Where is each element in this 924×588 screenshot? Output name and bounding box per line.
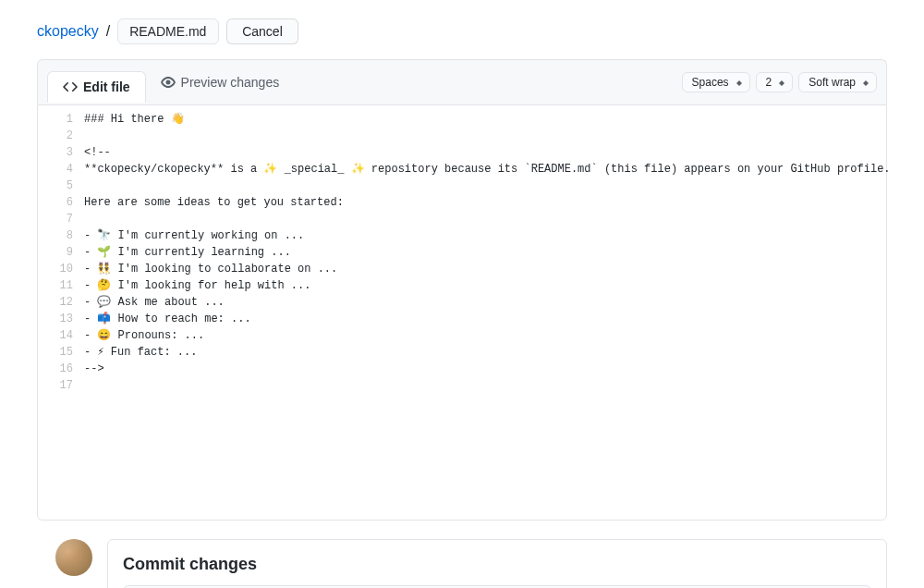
code-icon: [63, 80, 78, 94]
line-number: 2: [38, 128, 84, 144]
line-number: 7: [38, 211, 84, 227]
line-number: 14: [38, 327, 84, 344]
tab-preview-changes[interactable]: Preview changes: [146, 67, 295, 97]
code-line[interactable]: 13- 📫 How to reach me: ...: [38, 311, 886, 327]
line-content[interactable]: <!--: [84, 144, 886, 161]
line-content[interactable]: [84, 178, 886, 194]
line-number: 6: [38, 194, 84, 211]
line-content[interactable]: [84, 377, 886, 394]
cancel-button[interactable]: Cancel: [226, 18, 298, 44]
tab-preview-label: Preview changes: [181, 75, 280, 90]
line-content[interactable]: -->: [84, 361, 886, 377]
code-line[interactable]: 10- 👯 I'm looking to collaborate on ...: [38, 261, 886, 277]
line-number: 1: [38, 111, 84, 128]
code-line[interactable]: 7: [38, 211, 886, 227]
code-line[interactable]: 4**ckopecky/ckopecky** is a ✨ _special_ …: [38, 161, 886, 178]
commit-panel: Commit changes: [107, 539, 887, 588]
line-content[interactable]: - 😄 Pronouns: ...: [84, 327, 886, 344]
code-line[interactable]: 1### Hi there 👋: [38, 111, 886, 128]
commit-heading: Commit changes: [123, 555, 871, 574]
avatar: [55, 539, 92, 576]
editor-toolbar: Edit file Preview changes Spaces 2 Soft …: [37, 59, 887, 104]
line-number: 4: [38, 161, 84, 178]
line-content[interactable]: ### Hi there 👋: [84, 111, 886, 128]
line-content[interactable]: - 🔭 I'm currently working on ...: [84, 227, 886, 244]
code-line[interactable]: 6Here are some ideas to get you started:: [38, 194, 886, 211]
code-line[interactable]: 3<!--: [38, 144, 886, 161]
line-number: 10: [38, 261, 84, 277]
line-number: 3: [38, 144, 84, 161]
line-number: 17: [38, 377, 84, 394]
code-line[interactable]: 8- 🔭 I'm currently working on ...: [38, 227, 886, 244]
code-line[interactable]: 5: [38, 178, 886, 194]
line-number: 8: [38, 227, 84, 244]
line-number: 16: [38, 361, 84, 377]
line-content[interactable]: - 👯 I'm looking to collaborate on ...: [84, 261, 886, 277]
filename-input[interactable]: [117, 18, 219, 44]
tab-edit-file[interactable]: Edit file: [47, 71, 146, 103]
indent-mode-select[interactable]: Spaces: [682, 72, 750, 92]
line-number: 5: [38, 178, 84, 194]
line-content[interactable]: - 🤔 I'm looking for help with ...: [84, 277, 886, 294]
code-line[interactable]: 11- 🤔 I'm looking for help with ...: [38, 277, 886, 294]
code-line[interactable]: 2: [38, 128, 886, 144]
repo-link[interactable]: ckopecky: [37, 23, 99, 40]
line-number: 12: [38, 294, 84, 311]
code-line[interactable]: 9- 🌱 I'm currently learning ...: [38, 244, 886, 261]
indent-size-select[interactable]: 2: [756, 72, 794, 92]
code-line[interactable]: 12- 💬 Ask me about ...: [38, 294, 886, 311]
code-editor[interactable]: 1### Hi there 👋23<!--4**ckopecky/ckopeck…: [37, 104, 887, 521]
line-content[interactable]: - 📫 How to reach me: ...: [84, 311, 886, 327]
line-number: 11: [38, 277, 84, 294]
code-line[interactable]: 14- 😄 Pronouns: ...: [38, 327, 886, 344]
line-number: 13: [38, 311, 84, 327]
line-content[interactable]: - 💬 Ask me about ...: [84, 294, 886, 311]
eye-icon: [161, 75, 176, 90]
tab-edit-label: Edit file: [83, 80, 130, 94]
code-line[interactable]: 15- ⚡ Fun fact: ...: [38, 344, 886, 361]
code-line[interactable]: 16-->: [38, 361, 886, 377]
path-separator: /: [106, 23, 110, 40]
line-content[interactable]: Here are some ideas to get you started:: [84, 194, 886, 211]
line-content[interactable]: - ⚡ Fun fact: ...: [84, 344, 886, 361]
line-content[interactable]: [84, 211, 886, 227]
line-content[interactable]: [84, 128, 886, 144]
code-line[interactable]: 17: [38, 377, 886, 394]
wrap-mode-select[interactable]: Soft wrap: [798, 72, 877, 92]
line-content[interactable]: - 🌱 I'm currently learning ...: [84, 244, 886, 261]
line-number: 9: [38, 244, 84, 261]
line-content[interactable]: **ckopecky/ckopecky** is a ✨ _special_ ✨…: [84, 161, 891, 178]
line-number: 15: [38, 344, 84, 361]
